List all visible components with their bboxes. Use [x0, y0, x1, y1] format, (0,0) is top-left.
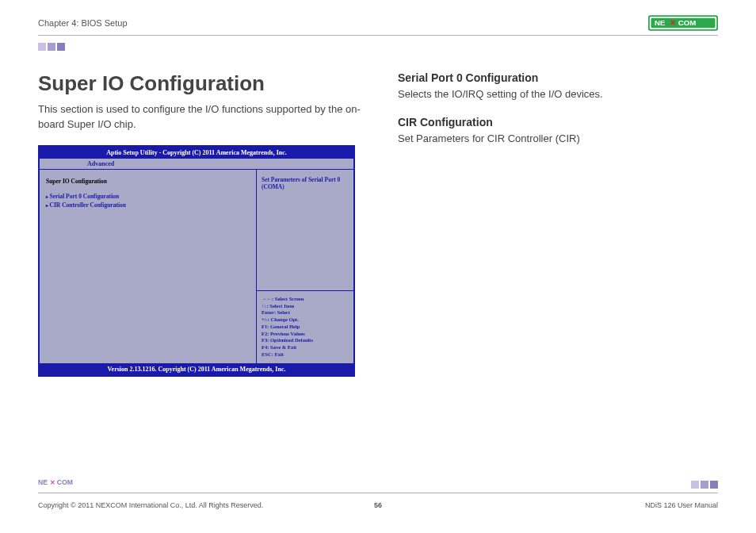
svg-text:COM: COM — [57, 478, 73, 486]
page-number: 56 — [374, 501, 382, 509]
bios-key-row: F3: Optimized Defaults — [262, 337, 349, 344]
chapter-label: Chapter 4: BIOS Setup — [38, 18, 128, 28]
bios-side-panel: Set Parameters of Serial Port 0 (COMA) →… — [257, 170, 353, 363]
header-squares-icon — [38, 43, 65, 51]
bios-key-row: F1: General Help — [262, 324, 349, 331]
section-body: Selects the IO/IRQ setting of the I/O de… — [398, 87, 718, 102]
nexcom-logo-footer: NE ✕ COM — [38, 477, 84, 489]
bios-tab-advanced: Advanced — [40, 159, 353, 170]
bios-body: Super IO Configuration Serial Port 0 Con… — [40, 170, 353, 363]
bios-menu-item: Serial Port 0 Configuration — [46, 193, 250, 200]
bios-key-row: Enter: Select — [262, 309, 349, 316]
bios-key-row: ↑↓: Select Item — [262, 303, 349, 310]
footer-squares-icon — [691, 481, 718, 489]
section-heading: CIR Configuration — [398, 116, 718, 128]
svg-text:NE: NE — [38, 478, 48, 486]
bios-menu-item: CIR Controller Configuration — [46, 201, 250, 209]
page-header: Chapter 4: BIOS Setup NE ✕ COM — [38, 14, 718, 32]
bios-footer-bar: Version 2.13.1216. Copyright (C) 2011 Am… — [40, 363, 353, 375]
footer-bar: Copyright © 2011 NEXCOM International Co… — [38, 501, 718, 509]
svg-text:COM: COM — [678, 18, 697, 27]
copyright-text: Copyright © 2011 NEXCOM International Co… — [38, 501, 263, 509]
bios-key-row: →←: Select Screen — [262, 296, 349, 303]
section-body: Set Parameters for CIR Controller (CIR) — [398, 132, 718, 146]
page-title: Super IO Configuration — [38, 71, 371, 96]
bios-screenshot: Aptio Setup Utility - Copyright (C) 2011… — [38, 145, 355, 377]
bios-key-row: ESC: Exit — [262, 351, 349, 359]
footer-rule — [38, 493, 718, 493]
bios-key-legend: →←: Select Screen ↑↓: Select Item Enter:… — [257, 291, 353, 363]
svg-text:✕: ✕ — [50, 479, 55, 486]
content-area: Super IO Configuration This section is u… — [38, 71, 718, 377]
bios-help-text: Set Parameters of Serial Port 0 (COMA) — [257, 170, 353, 291]
bios-title-bar: Aptio Setup Utility - Copyright (C) 2011… — [40, 147, 353, 159]
bios-menu-panel: Super IO Configuration Serial Port 0 Con… — [40, 170, 257, 363]
left-column: Super IO Configuration This section is u… — [38, 71, 371, 377]
right-column: Serial Port 0 Configuration Selects the … — [398, 71, 718, 377]
section-heading: Serial Port 0 Configuration — [398, 71, 718, 84]
bios-key-row: F2: Previous Values — [262, 331, 349, 338]
header-rule — [38, 35, 718, 36]
svg-text:NE: NE — [655, 18, 666, 27]
manual-name: NDiS 126 User Manual — [645, 501, 718, 509]
nexcom-logo: NE ✕ COM — [648, 14, 718, 32]
bios-section-heading: Super IO Configuration — [46, 178, 250, 185]
bios-key-row: +/-: Change Opt. — [262, 316, 349, 324]
bios-key-row: F4: Save & Exit — [262, 344, 349, 351]
svg-text:✕: ✕ — [670, 18, 676, 27]
intro-text: This section is used to configure the I/… — [38, 102, 371, 132]
